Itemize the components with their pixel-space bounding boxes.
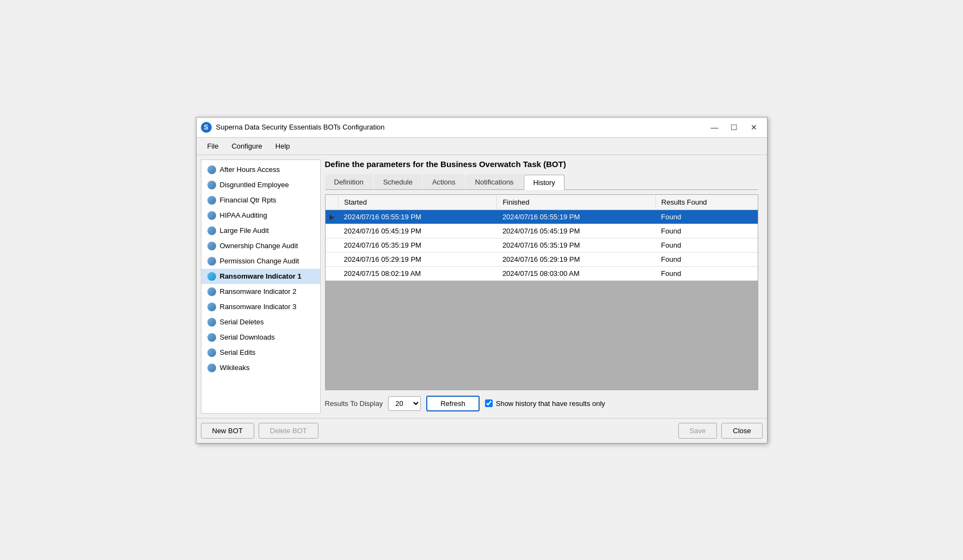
row-started: 2024/07/15 08:02:19 AM (339, 266, 497, 280)
row-results: Found (655, 266, 757, 280)
sidebar-item-label: Ransomware Indicator 3 (220, 303, 297, 311)
row-finished: 2024/07/15 08:03:00 AM (497, 266, 655, 280)
sidebar-item-icon (207, 348, 217, 358)
sidebar-item-icon (207, 226, 217, 236)
tab-actions[interactable]: Actions (423, 174, 465, 189)
maximize-button[interactable]: ☐ (726, 121, 743, 134)
sidebar-item-label: Wikileaks (220, 364, 250, 372)
sidebar-item-label: Large File Audit (220, 226, 269, 235)
row-started: 2024/07/16 05:29:19 PM (339, 252, 497, 266)
sidebar-item-icon (207, 333, 217, 342)
close-window-button[interactable]: ✕ (745, 121, 763, 134)
tab-bar: Definition Schedule Actions Notification… (325, 174, 758, 190)
empty-table-area (326, 281, 758, 390)
sidebar-item-icon (207, 363, 217, 373)
window-title: Superna Data Security Essentials BOTs Co… (216, 123, 702, 131)
refresh-button[interactable]: Refresh (426, 396, 480, 411)
sidebar-item-label: Financial Qtr Rpts (220, 196, 277, 204)
sidebar-item-icon (207, 195, 217, 205)
sidebar-item-disgruntled-employee[interactable]: Disgruntled Employee (201, 177, 320, 193)
sidebar-item-icon (207, 256, 217, 266)
row-finished: 2024/07/16 05:45:19 PM (497, 224, 655, 238)
table-row[interactable]: 2024/07/16 05:29:19 PM2024/07/16 05:29:1… (326, 252, 758, 266)
sidebar-item-label: Ownership Change Audit (220, 242, 298, 250)
sidebar-item-label: Serial Edits (220, 348, 256, 356)
row-finished: 2024/07/16 05:35:19 PM (497, 238, 655, 252)
sidebar-item-ransomware-indicator-2[interactable]: Ransomware Indicator 2 (201, 284, 320, 299)
col-finished: Finished (497, 195, 655, 210)
menu-bar: File Configure Help (197, 138, 767, 155)
menu-file[interactable]: File (201, 140, 225, 152)
sidebar-item-icon (207, 241, 217, 251)
row-started: 2024/07/16 05:35:19 PM (339, 238, 497, 252)
menu-configure[interactable]: Configure (225, 140, 268, 152)
sidebar-item-label: Serial Deletes (220, 318, 264, 326)
footer: New BOT Delete BOT Save Close (197, 418, 767, 443)
sidebar-item-ransomware-indicator-3[interactable]: Ransomware Indicator 3 (201, 299, 320, 315)
row-started: 2024/07/16 05:55:19 PM (339, 210, 497, 224)
bottom-controls: Results To Display 102050100 Refresh Sho… (325, 390, 758, 414)
table-row[interactable]: 2024/07/15 08:02:19 AM2024/07/15 08:03:0… (326, 266, 758, 280)
show-history-checkbox[interactable] (485, 399, 493, 407)
footer-left: New BOT Delete BOT (201, 423, 318, 439)
sidebar-item-hipaa-auditing[interactable]: HIPAA Auditing (201, 208, 320, 223)
show-history-checkbox-label[interactable]: Show history that have results only (485, 399, 605, 408)
sidebar-item-serial-edits[interactable]: Serial Edits (201, 345, 320, 360)
title-bar: S Superna Data Security Essentials BOTs … (197, 118, 767, 138)
row-results: Found (655, 224, 757, 238)
col-started: Started (339, 195, 497, 210)
show-history-label-text: Show history that have results only (496, 399, 605, 408)
tab-notifications[interactable]: Notifications (466, 174, 523, 189)
sidebar-item-wikileaks[interactable]: Wikileaks (201, 360, 320, 376)
tab-schedule[interactable]: Schedule (374, 174, 422, 189)
table-row[interactable]: 2024/07/16 05:45:19 PM2024/07/16 05:45:1… (326, 224, 758, 238)
sidebar-item-ownership-change-audit[interactable]: Ownership Change Audit (201, 238, 320, 254)
sidebar-item-permission-change-audit[interactable]: Permission Change Audit (201, 254, 320, 269)
sidebar-item-icon (207, 165, 217, 175)
sidebar-item-icon (207, 272, 217, 281)
sidebar-item-label: Ransomware Indicator 1 (220, 272, 302, 280)
row-arrow-indicator (326, 238, 339, 252)
tab-definition[interactable]: Definition (325, 174, 373, 189)
close-button[interactable]: Close (721, 423, 762, 439)
sidebar-item-large-file-audit[interactable]: Large File Audit (201, 223, 320, 238)
sidebar-item-icon (207, 302, 217, 312)
results-to-display-label: Results To Display (325, 399, 383, 408)
main-window: S Superna Data Security Essentials BOTs … (196, 117, 768, 444)
new-bot-button[interactable]: New BOT (201, 423, 254, 439)
sidebar-item-label: Serial Downloads (220, 333, 275, 341)
sidebar-item-serial-deletes[interactable]: Serial Deletes (201, 315, 320, 330)
row-results: Found (655, 252, 757, 266)
col-results: Results Found (655, 195, 757, 210)
row-arrow-indicator: ▶ (326, 210, 339, 224)
sidebar-item-after-hours-access[interactable]: After Hours Access (201, 162, 320, 177)
delete-bot-button[interactable]: Delete BOT (259, 423, 318, 439)
menu-help[interactable]: Help (269, 140, 297, 152)
table-row[interactable]: ▶2024/07/16 05:55:19 PM2024/07/16 05:55:… (326, 210, 758, 224)
sidebar-item-icon (207, 180, 217, 190)
history-table: Started Finished Results Found ▶2024/07/… (326, 195, 758, 281)
sidebar-item-icon (207, 211, 217, 220)
minimize-button[interactable]: — (706, 121, 723, 134)
sidebar-item-financial-qtr-rpts[interactable]: Financial Qtr Rpts (201, 193, 320, 208)
sidebar-item-label: After Hours Access (220, 165, 280, 174)
row-results: Found (655, 238, 757, 252)
results-count-dropdown[interactable]: 102050100 (388, 396, 421, 411)
window-controls: — ☐ ✕ (706, 121, 763, 134)
table-row[interactable]: 2024/07/16 05:35:19 PM2024/07/16 05:35:1… (326, 238, 758, 252)
sidebar-item-ransomware-indicator-1[interactable]: Ransomware Indicator 1 (201, 269, 320, 284)
sidebar-item-label: Permission Change Audit (220, 257, 299, 265)
row-finished: 2024/07/16 05:55:19 PM (497, 210, 655, 224)
sidebar-item-label: HIPAA Auditing (220, 211, 267, 219)
row-arrow-indicator (326, 252, 339, 266)
tab-history[interactable]: History (524, 175, 564, 190)
footer-right: Save Close (678, 423, 763, 439)
save-button[interactable]: Save (678, 423, 717, 439)
panel-title: Define the parameters for the Business O… (325, 159, 758, 169)
sidebar-item-icon (207, 287, 217, 297)
sidebar-item-serial-downloads[interactable]: Serial Downloads (201, 330, 320, 345)
app-icon: S (201, 122, 212, 133)
sidebar-item-icon (207, 317, 217, 327)
col-arrow (326, 195, 339, 210)
sidebar-item-label: Ransomware Indicator 2 (220, 287, 297, 296)
